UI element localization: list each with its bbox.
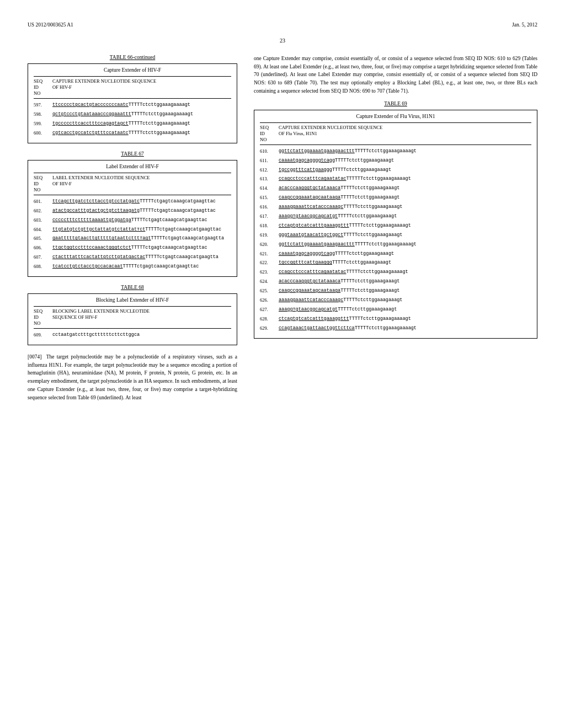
table69-title: TABLE 69 — [254, 101, 537, 106]
seq-entry-629: 629. ccagtaaactgattaactggttcttcaTTTTTctc… — [260, 325, 531, 332]
seq-entry-609: 609. cctaatgatctttgcttttttcttcttggca — [34, 332, 231, 339]
th-content: CAPTURE EXTENDER NUCLEOTIDE SEQUENCEOF H… — [52, 78, 231, 97]
seq-entry-601: 601. ttcagcttgatctcttacctgtcctatgatcTTTT… — [34, 199, 231, 205]
table68-title: TABLE 68 — [28, 285, 237, 290]
table69-subtitle: Capture Extender of Flu Virus, H1N1 — [260, 114, 531, 119]
seq-entry-603: 603. ccccctttctttttaaaattgtggatgaTTTTTct… — [34, 217, 231, 224]
table66-title: TABLE 66-continued — [28, 55, 237, 60]
seq-entry-620: 620. ggttctattggaaaatgaaagaactttTTTTTctc… — [260, 242, 531, 248]
seq-entry-604: 604. ttgtatgtctgttgctattatgtctattatтctTT… — [34, 227, 231, 233]
table69: Capture Extender of Flu Virus, H1N1 SEQI… — [254, 110, 537, 339]
th-seq: SEQIDNO — [34, 308, 49, 326]
seq-entry-610: 610. ggttctattggaaaatgaaagaactttTTTTTctc… — [260, 148, 531, 155]
left-column: TABLE 66-continued Capture Extender of H… — [28, 55, 237, 407]
table66-subtitle: Capture Extender of HIV-F — [34, 67, 231, 73]
seq-entry-606: 606. ttgctggtcctttccaaactgggtctctTTTTTct… — [34, 245, 231, 251]
right-column: one Capture Extender may comprise, consi… — [254, 55, 537, 407]
para-num: [0074] — [28, 354, 41, 360]
table67-subtitle: Label Extender of HIV-F — [34, 164, 231, 169]
seq-entry-602: 602. atactgccatttgtactgctgtcttaagatgTTTT… — [34, 208, 231, 215]
th-content: CAPTURE EXTENDER NUCLEOTIDE SEQUENCEOF F… — [279, 125, 531, 143]
table68-subtitle: Blocking Label Extender of HIV-F — [34, 297, 231, 303]
seq-entry-612: 612. tgccggtttcattgaagggTTTTTctcttggaaag… — [260, 167, 531, 174]
seq-entry-616: 616. aaaaggaaattcatacccaaagcTTTTTctcttgg… — [260, 204, 531, 211]
seq-entry-624: 624. acacccaagggtgctataaacaTTTTTctcttgga… — [260, 279, 531, 285]
th-content: LABEL EXTENDER NUCLEOTIDE SEQUENCEOF HIV… — [52, 175, 231, 193]
page-number: 23 — [28, 38, 537, 44]
th-seq: SEQIDNO — [34, 78, 49, 97]
seq-entry-625: 625. caagccggaaatagcaataagaTTTTTctcttgga… — [260, 288, 531, 295]
th-seq: SEQIDNO — [260, 125, 275, 143]
th-seq: SEQIDNO — [34, 175, 49, 193]
table67-title: TABLE 67 — [28, 151, 237, 157]
seq-entry-607: 607. ctactttatttcactattgtcttgtatgactacTT… — [34, 254, 231, 261]
seq-entry-613: 613. ccagcctcccatttcagaatatacTTTTTTctctt… — [260, 176, 531, 183]
seq-entry-611: 611. caaaatgagcaggggtcaggTTTTTctcttggaaa… — [260, 158, 531, 164]
seq-entry-598: 598. gctgtccctgtaataaacccggaaatttTTTTTct… — [34, 111, 231, 118]
seq-entry-597: 597. ttccccctgcactgtacccccccaatcTTTTTctc… — [34, 102, 231, 109]
seq-entry-615: 615. caagccggaaatagcaataagaTTTTTctcttgga… — [260, 195, 531, 201]
main-content: TABLE 66-continued Capture Extender of H… — [28, 55, 537, 407]
table68-header: SEQIDNO BLOCKING LABEL EXTENDER NUCLEOTI… — [34, 306, 231, 329]
seq-entry-619: 619. gggtaaatgtaacattgctggctTTTTTctcttgg… — [260, 232, 531, 239]
header-right: Jan. 5, 2012 — [512, 22, 537, 28]
table67-header: SEQIDNO LABEL EXTENDER NUCLEOTIDE SEQUEN… — [34, 173, 231, 195]
th-content: BLOCKING LABEL EXTENDER NUCLEOTIDESEQUEN… — [52, 308, 231, 326]
seq-entry-605: 605. gaatttttgtaacttgtttttgtaattctttтagt… — [34, 235, 231, 242]
seq-entry-618: 618. ctcagtgtcatcatttgaaaggtttTTTTTctctt… — [260, 223, 531, 229]
seq-entry-621: 621. caaaatgagcaggggtcaggTTTTTctcttggaaa… — [260, 251, 531, 258]
seq-entry-599: 599. tgcccccttcacctttccagagtagctTTTTTctc… — [34, 121, 231, 127]
page-header: US 2012/0003625 A1 Jan. 5, 2012 — [28, 22, 537, 28]
seq-entry-608: 608. tcatcctgtctacctgccacacaatTTTTTctgag… — [34, 264, 231, 270]
seq-entry-627: 627. aaaggтgtaacggcagcatgtTTTTTctcttggaa… — [260, 307, 531, 313]
table66: Capture Extender of HIV-F SEQIDNO CAPTUR… — [28, 63, 237, 143]
table66-header: SEQIDNO CAPTURE EXTENDER NUCLEOTIDE SEQU… — [34, 76, 231, 99]
paragraph-0074: [0074] The target polynucleotide may be … — [28, 353, 237, 402]
table67: Label Extender of HIV-F SEQIDNO LABEL EX… — [28, 160, 237, 277]
seq-entry-614: 614. acacccaagggtgctataaacaTTTTTctcttgga… — [260, 185, 531, 192]
seq-entry-623: 623. ccagcctcccatttcagaatatacTTTTTctcttg… — [260, 269, 531, 276]
header-left: US 2012/0003625 A1 — [28, 22, 73, 28]
table68: Blocking Label Extender of HIV-F SEQIDNO… — [28, 293, 237, 345]
seq-entry-600: 600. cgtcacctgccatctgtttccataatcTTTTTctc… — [34, 130, 231, 137]
seq-entry-626: 626. aaaaggaaattcatacccaaagcTTTTTctcttgg… — [260, 297, 531, 304]
table69-header: SEQIDNO CAPTURE EXTENDER NUCLEOTIDE SEQU… — [260, 122, 531, 145]
seq-entry-628: 628. ctcagtgtcatcatttgaaaggtttTTTTTctctt… — [260, 316, 531, 323]
seq-entry-617: 617. aaaggтgtaacggcagcatgtTTTTTctcttggaa… — [260, 213, 531, 220]
seq-entry-622: 622. tgccggtttcattgaagggTTTTTctcttggaaag… — [260, 260, 531, 266]
right-intro-text: one Capture Extender may comprise, consi… — [254, 55, 537, 95]
